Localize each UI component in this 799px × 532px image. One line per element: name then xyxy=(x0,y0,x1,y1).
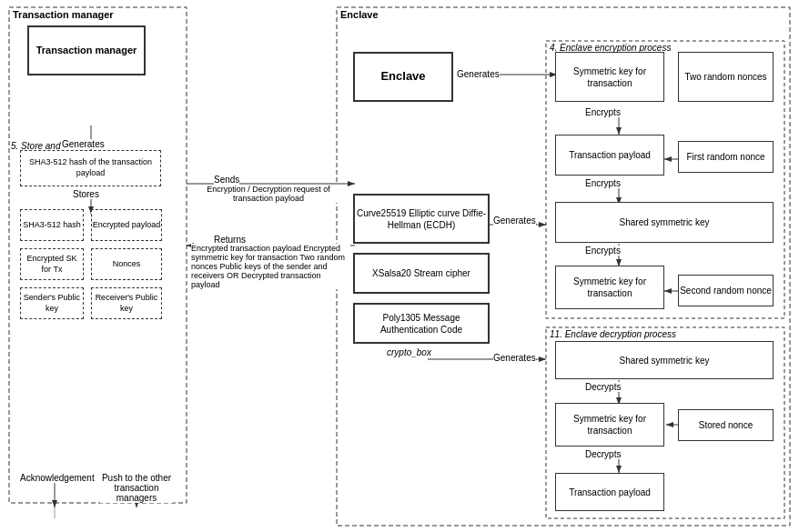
sym-key-tx-box: Symmetric key for transaction xyxy=(555,52,664,102)
encrypts-label-2: Encrypts xyxy=(585,178,621,188)
shared-sym-key-2-box: Shared symmetric key xyxy=(555,341,774,379)
curve25519-box: Curve25519 Elliptic curve Diffie-Hellman… xyxy=(353,194,490,244)
second-random-nonce-box: Second random nonce xyxy=(678,275,774,306)
encrypted-sk-box: Encrypted SK for Tx xyxy=(20,248,84,280)
encrypts-label-3: Encrypts xyxy=(585,246,621,256)
generates-label-enclave: Generates xyxy=(457,69,500,79)
enclave-section-title: Enclave xyxy=(340,9,379,20)
sends-label: Sends xyxy=(214,175,239,185)
generates-label-tm: Generates xyxy=(62,139,105,149)
poly1305-box: Poly1305 Message Authentication Code xyxy=(353,303,490,344)
encrypted-payload-box: Encrypted payload xyxy=(91,209,162,241)
xsalsa20-box: XSalsa20 Stream cipher xyxy=(353,253,490,294)
nonces-box: Nonces xyxy=(91,248,162,280)
sym-key-tx-2-box: Symmetric key for transaction xyxy=(555,266,664,309)
stores-label: Stores xyxy=(73,189,99,199)
generates-label-sec11: Generates xyxy=(493,353,536,363)
crypto-box-label: crypto_box xyxy=(387,347,431,357)
two-random-nonces-box: Two random nonces xyxy=(678,52,774,102)
sender-pk-box: Sender's Public key xyxy=(20,287,84,319)
receiver-pk-box: Receiver's Public key xyxy=(91,287,162,319)
returns-desc: Encrypted transaction payload Encrypted … xyxy=(191,244,350,289)
sha3-hash-stored-box: SHA3-512 hash xyxy=(20,209,84,241)
decrypts-label-2: Decrypts xyxy=(585,449,621,459)
decrypts-label-1: Decrypts xyxy=(585,382,621,392)
sym-key-tx-3-box: Symmetric key for transaction xyxy=(555,403,664,447)
diagram: Transaction manager Enclave Transaction … xyxy=(0,0,799,532)
tx-payload-enc-box: Transaction payload xyxy=(555,135,664,176)
stored-nonce-box: Stored nonce xyxy=(678,409,774,441)
tm-section-title: Transaction manager xyxy=(13,9,114,20)
sends-desc: Encryption / Decryption request of trans… xyxy=(191,185,346,203)
generates-label-3: Generates xyxy=(493,216,536,226)
transaction-manager-box: Transaction manager xyxy=(27,25,146,75)
shared-sym-key-1-box: Shared symmetric key xyxy=(555,202,774,243)
step11-label: 11. Enclave decryption process xyxy=(550,329,676,339)
acknowledgement-label: Acknowledgement xyxy=(20,473,95,483)
push-to-other-label: Push to the other transaction managers xyxy=(100,473,173,503)
enclave-main-box: Enclave xyxy=(353,52,453,102)
tx-payload-dec-box: Transaction payload xyxy=(555,473,664,511)
sha3-hash-box: SHA3-512 hash of the transaction payload xyxy=(20,150,161,186)
encrypts-label-1: Encrypts xyxy=(585,107,621,117)
first-random-nonce-box: First random nonce xyxy=(678,141,774,173)
